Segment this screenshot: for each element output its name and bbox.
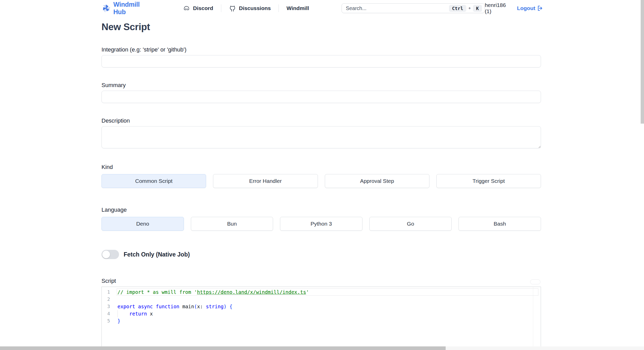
code-line-3[interactable]: 3export async function main(x: string) { <box>102 303 541 310</box>
logout-icon <box>537 5 544 12</box>
kbd-ctrl: Ctrl <box>449 5 466 12</box>
code-text: // import * as wmill from 'https://deno.… <box>117 288 538 296</box>
username: henri186 (1) <box>485 2 511 14</box>
code-line-4[interactable]: 4 return x <box>102 310 541 317</box>
summary-input[interactable] <box>101 91 541 103</box>
code-line-5[interactable]: 5} <box>102 317 541 325</box>
header: Windmill Hub DiscordDiscussionsWindmill … <box>0 0 644 16</box>
line-number: 1 <box>102 288 117 296</box>
code-text <box>117 296 538 303</box>
line-number: 3 <box>102 303 117 310</box>
kbd-k: K <box>473 5 482 12</box>
language-option-python-3[interactable]: Python 3 <box>280 217 362 231</box>
nav-item-label: Discord <box>193 5 213 11</box>
code-text: return x <box>117 310 538 317</box>
description-label: Description <box>101 117 541 124</box>
fetch-only-toggle[interactable] <box>101 250 119 259</box>
horizontal-scrollbar-thumb[interactable] <box>0 346 446 350</box>
nav-item-label: Discussions <box>239 5 271 11</box>
vertical-scrollbar-thumb[interactable] <box>641 0 644 124</box>
nav-item-windmill[interactable]: Windmill <box>279 5 317 11</box>
search-input[interactable] <box>346 5 449 11</box>
code-text: } <box>117 317 538 325</box>
nav-item-discord[interactable]: Discord <box>175 5 221 12</box>
summary-label: Summary <box>101 82 541 89</box>
kind-option-common-script[interactable]: Common Script <box>101 174 206 188</box>
script-header-row: Script <box>101 278 541 284</box>
kind-label: Kind <box>101 164 541 170</box>
logout-button[interactable]: Logout <box>517 5 544 12</box>
code-line-1[interactable]: 1// import * as wmill from 'https://deno… <box>102 288 541 296</box>
search-shortcut: Ctrl + K <box>449 5 482 12</box>
user-area: henri186 (1) Logout <box>485 2 544 14</box>
integration-label: Integration (e.g: 'stripe' or 'github') <box>101 46 541 53</box>
discord-icon <box>183 5 190 12</box>
code-editor[interactable]: 1// import * as wmill from 'https://deno… <box>101 287 541 350</box>
nav-item-label: Windmill <box>286 5 309 11</box>
nav: DiscordDiscussionsWindmill <box>175 4 317 12</box>
language-option-go[interactable]: Go <box>369 217 452 231</box>
logout-label: Logout <box>517 5 535 11</box>
kind-option-approval-step[interactable]: Approval Step <box>325 174 429 188</box>
page-title: New Script <box>101 22 541 32</box>
editor-corner-pill[interactable] <box>530 279 540 284</box>
line-number: 4 <box>102 310 117 317</box>
code-line-2[interactable]: 2 <box>102 296 541 303</box>
description-textarea[interactable] <box>101 126 541 148</box>
github-icon <box>229 5 236 12</box>
fetch-only-row: Fetch Only (Native Job) <box>101 250 541 259</box>
brand-name: Windmill Hub <box>113 1 151 16</box>
toggle-knob <box>102 251 110 258</box>
kind-option-error-handler[interactable]: Error Handler <box>213 174 318 188</box>
kind-option-trigger-script[interactable]: Trigger Script <box>436 174 541 188</box>
search-box[interactable]: Ctrl + K <box>342 3 485 13</box>
line-number: 2 <box>102 296 117 303</box>
language-option-bash[interactable]: Bash <box>459 217 541 231</box>
nav-item-discussions[interactable]: Discussions <box>221 5 279 12</box>
windmill-logo-icon <box>101 4 111 13</box>
script-label: Script <box>101 278 116 284</box>
brand[interactable]: Windmill Hub <box>101 1 151 16</box>
code-text: export async function main(x: string) { <box>117 303 538 310</box>
kind-options: Common ScriptError HandlerApproval StepT… <box>101 174 541 188</box>
fetch-only-label: Fetch Only (Native Job) <box>124 251 190 258</box>
kbd-plus: + <box>468 6 471 11</box>
integration-input[interactable] <box>101 55 541 67</box>
language-label: Language <box>101 207 541 213</box>
horizontal-scrollbar-track[interactable] <box>0 346 644 350</box>
language-options: DenoBunPython 3GoBash <box>101 217 541 231</box>
line-number: 5 <box>102 317 117 325</box>
main-content: New Script Integration (e.g: 'stripe' or… <box>101 22 541 350</box>
language-option-deno[interactable]: Deno <box>101 217 184 231</box>
language-option-bun[interactable]: Bun <box>191 217 273 231</box>
